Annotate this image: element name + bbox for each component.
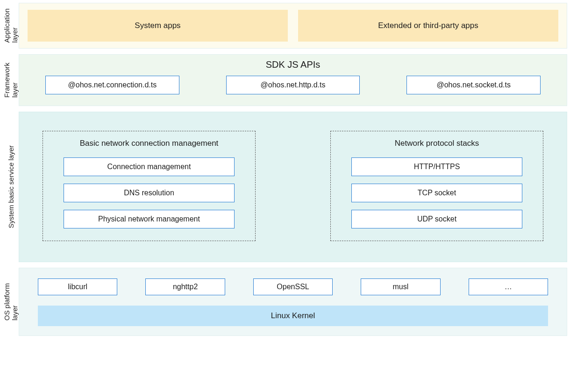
- basic-network-group-title: Basic network connection management: [64, 139, 235, 148]
- libcurl-box: libcurl: [38, 278, 117, 295]
- framework-layer: Frameworklayer SDK JS APIs @ohos.net.con…: [3, 54, 567, 106]
- tcp-socket-box: TCP socket: [351, 184, 522, 202]
- os-platform-layer-body: libcurl nghttp2 OpenSSL musl … Linux Ker…: [19, 268, 567, 336]
- udp-socket-box: UDP socket: [351, 210, 522, 228]
- sdk-api-row: @ohos.net.connection.d.ts @ohos.net.http…: [45, 76, 541, 94]
- openssl-box: OpenSSL: [253, 278, 333, 295]
- application-layer-body: System apps Extended or third-party apps: [19, 3, 567, 49]
- application-layer: Applicationlayer System apps Extended or…: [3, 3, 567, 49]
- api-connection-box: @ohos.net.connection.d.ts: [45, 76, 179, 94]
- physical-network-box: Physical network management: [64, 210, 235, 228]
- framework-layer-label: Frameworklayer: [3, 54, 19, 106]
- more-libs-box: …: [469, 278, 548, 295]
- api-socket-box: @ohos.net.socket.d.ts: [406, 76, 541, 94]
- third-party-apps-box: Extended or third-party apps: [298, 10, 558, 42]
- system-service-layer-label: System basic service layer: [3, 112, 19, 262]
- system-apps-box: System apps: [28, 10, 288, 42]
- os-platform-layer: OS platformlayer libcurl nghttp2 OpenSSL…: [3, 268, 567, 336]
- musl-box: musl: [361, 278, 440, 295]
- system-service-layer-body: Basic network connection management Conn…: [19, 112, 567, 262]
- connection-management-box: Connection management: [64, 157, 235, 176]
- architecture-diagram: Applicationlayer System apps Extended or…: [3, 3, 567, 389]
- os-platform-layer-label: OS platformlayer: [3, 268, 19, 336]
- system-service-layer: System basic service layer Basic network…: [3, 112, 567, 262]
- os-libs-row: libcurl nghttp2 OpenSSL musl …: [38, 278, 548, 295]
- basic-network-group: Basic network connection management Conn…: [43, 131, 256, 241]
- framework-layer-body: SDK JS APIs @ohos.net.connection.d.ts @o…: [19, 54, 567, 106]
- nghttp2-box: nghttp2: [145, 278, 225, 295]
- protocol-stacks-group: Network protocol stacks HTTP/HTTPS TCP s…: [330, 131, 543, 241]
- dns-resolution-box: DNS resolution: [64, 184, 235, 202]
- linux-kernel-box: Linux Kernel: [38, 306, 548, 326]
- application-layer-label: Applicationlayer: [3, 3, 19, 49]
- sdk-js-apis-title: SDK JS APIs: [45, 59, 541, 70]
- http-https-box: HTTP/HTTPS: [351, 157, 522, 176]
- protocol-stacks-group-title: Network protocol stacks: [351, 139, 522, 148]
- api-http-box: @ohos.net.http.d.ts: [226, 76, 360, 94]
